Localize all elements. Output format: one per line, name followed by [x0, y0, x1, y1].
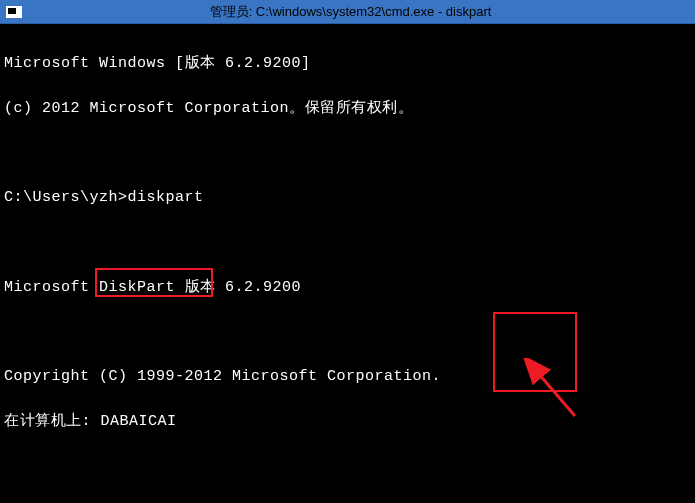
computer-name: DABAICAI	[101, 413, 177, 430]
os-version-line: Microsoft Windows [版本 6.2.9200]	[4, 53, 691, 76]
cmd-icon	[6, 6, 22, 18]
command-text: diskpart	[128, 189, 204, 206]
diskpart-copyright-line: Copyright (C) 1999-2012 Microsoft Corpor…	[4, 366, 691, 389]
blank-line	[4, 322, 691, 344]
blank-line	[4, 232, 691, 254]
prompt-line: C:\Users\yzh>diskpart	[4, 187, 691, 210]
window-titlebar[interactable]: 管理员: C:\windows\system32\cmd.exe - diskp…	[0, 0, 695, 24]
window-title: 管理员: C:\windows\system32\cmd.exe - diskp…	[28, 3, 673, 21]
prompt-path: C:\Users\yzh>	[4, 189, 128, 206]
terminal-output[interactable]: Microsoft Windows [版本 6.2.9200] (c) 2012…	[0, 24, 695, 503]
diskpart-version-line: Microsoft DiskPart 版本 6.2.9200	[4, 277, 691, 300]
blank-line	[4, 456, 691, 478]
blank-line	[4, 143, 691, 165]
computer-name-line: 在计算机上: DABAICAI	[4, 411, 691, 434]
copyright-line: (c) 2012 Microsoft Corporation。保留所有权利。	[4, 98, 691, 121]
